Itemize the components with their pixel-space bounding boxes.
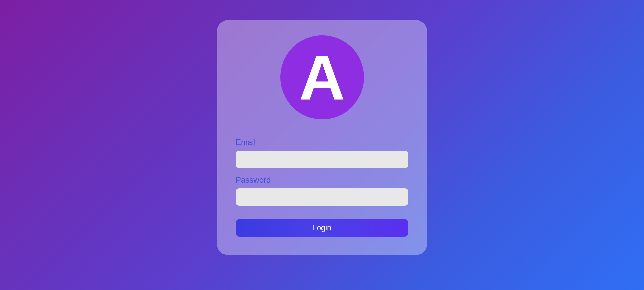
logo-circle: A [280, 35, 364, 119]
email-field[interactable] [236, 151, 408, 168]
login-card: A Email Password Login [217, 20, 427, 255]
password-group: Password [236, 175, 408, 206]
login-button[interactable]: Login [236, 219, 408, 237]
password-field[interactable] [236, 188, 408, 206]
logo-letter: A [299, 45, 345, 109]
email-group: Email [236, 138, 408, 168]
email-label: Email [236, 138, 408, 147]
password-label: Password [236, 175, 408, 185]
